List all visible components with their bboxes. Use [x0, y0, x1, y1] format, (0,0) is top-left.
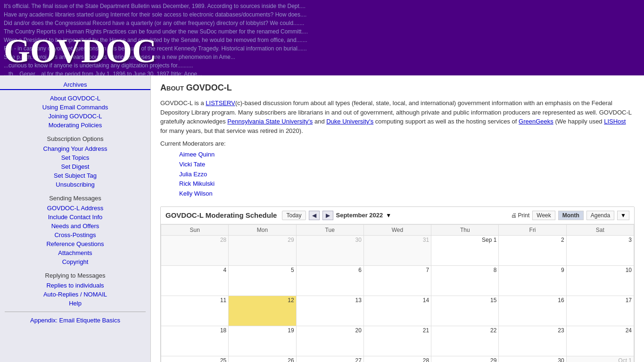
printer-icon: 🖨 — [511, 212, 517, 219]
sidebar-archives-link[interactable]: Archives — [0, 80, 150, 90]
calendar-cell[interactable]: 11 — [161, 296, 229, 326]
calendar-cell[interactable]: 6 — [296, 265, 363, 296]
calendar-cell[interactable]: 13 — [296, 296, 363, 326]
moderator-link-0[interactable]: Aimee Quinn — [179, 150, 635, 160]
greengeeks-link[interactable]: GreenGeeks — [519, 118, 553, 125]
main-content: About GOVDOC-L GOVDOC-L is a LISTSERV(c)… — [151, 75, 644, 362]
sidebar-item-joining[interactable]: Joining GOVDOC-L — [0, 112, 150, 121]
calendar-container: GOVDOC-L Moderating Schedule Today ◀ ▶ S… — [160, 206, 635, 362]
psu-link[interactable]: Pennsylvania State University's — [227, 118, 313, 125]
calendar-dropdown-icon[interactable]: ▼ — [386, 212, 391, 219]
replying-section-title: Replying to Messages — [0, 271, 150, 280]
cal-header-sat: Sat — [566, 224, 634, 235]
calendar-cell[interactable]: 27 — [296, 356, 363, 362]
sidebar-item-reference-questions[interactable]: Reference Questions — [0, 239, 150, 248]
lishost-link[interactable]: LISHost — [604, 118, 626, 125]
calendar-cell[interactable]: 20 — [296, 326, 363, 356]
calendar-cell[interactable]: 18 — [161, 326, 229, 356]
calendar-cell[interactable]: 5 — [229, 265, 296, 296]
sidebar-item-needs-offers[interactable]: Needs and Offers — [0, 222, 150, 230]
header-banner: It's official. The final issue of the St… — [0, 0, 644, 75]
calendar-cell[interactable]: 21 — [363, 326, 431, 356]
calendar-print-button[interactable]: 🖨 Print — [511, 212, 530, 219]
sidebar-item-appendix[interactable]: Appendix: Email Etiquette Basics — [0, 316, 150, 325]
sidebar-item-set-topics[interactable]: Set Topics — [0, 153, 150, 162]
sidebar: Archives About GOVDOC-L Using Email Comm… — [0, 75, 151, 362]
sidebar-item-govdoc-address[interactable]: GOVDOC-L Address — [0, 204, 150, 213]
calendar-month-button[interactable]: Month — [558, 211, 584, 220]
sidebar-item-cross-postings[interactable]: Cross-Postings — [0, 230, 150, 239]
calendar-cell[interactable]: 19 — [229, 326, 296, 356]
calendar-agenda-dropdown[interactable]: ▼ — [617, 211, 629, 220]
calendar-grid: Sun Mon Tue Wed Thu Fri Sat 28293031Sep … — [161, 224, 634, 362]
calendar-header: GOVDOC-L Moderating Schedule Today ◀ ▶ S… — [161, 207, 634, 224]
calendar-cell[interactable]: 10 — [566, 265, 634, 296]
calendar-cell[interactable]: 28 — [161, 235, 229, 265]
calendar-cell[interactable]: 31 — [363, 235, 431, 265]
moderator-link-4[interactable]: Kelly Wilson — [179, 189, 635, 199]
sidebar-item-email-commands[interactable]: Using Email Commands — [0, 103, 150, 112]
cal-header-wed: Wed — [363, 224, 431, 235]
calendar-month-label: September 2022 — [336, 212, 383, 219]
calendar-cell[interactable]: 22 — [431, 326, 499, 356]
print-label: Print — [518, 212, 530, 219]
calendar-cell[interactable]: 17 — [566, 296, 634, 326]
cal-header-mon: Mon — [229, 224, 296, 235]
cal-header-fri: Fri — [499, 224, 566, 235]
calendar-cell[interactable]: 4 — [161, 265, 229, 296]
calendar-cell[interactable]: 30 — [499, 356, 566, 362]
calendar-title: GOVDOC-L Moderating Schedule — [165, 211, 279, 219]
sidebar-item-set-subject-tag[interactable]: Set Subject Tag — [0, 171, 150, 180]
calendar-today-button[interactable]: Today — [282, 211, 305, 220]
listserv-link[interactable]: LISTSERV — [206, 99, 235, 107]
calendar-cell[interactable]: 24 — [566, 326, 634, 356]
about-title: About GOVDOC-L — [160, 83, 635, 93]
moderators-list: Aimee Quinn Vicki Tate Julia Ezzo Rick M… — [179, 150, 635, 199]
calendar-cell[interactable]: 30 — [296, 235, 363, 265]
calendar-cell[interactable]: 8 — [431, 265, 499, 296]
calendar-cell[interactable]: 16 — [499, 296, 566, 326]
calendar-cell[interactable]: Sep 1 — [431, 235, 499, 265]
calendar-cell[interactable]: 29 — [431, 356, 499, 362]
calendar-cell[interactable]: 25 — [161, 356, 229, 362]
calendar-agenda-button[interactable]: Agenda — [586, 211, 614, 220]
calendar-cell[interactable]: 23 — [499, 326, 566, 356]
calendar-cell[interactable]: 12 — [229, 296, 296, 326]
header-logo: GOVDOC — [0, 32, 157, 71]
calendar-next-button[interactable]: ▶ — [322, 211, 333, 220]
sidebar-item-help[interactable]: Help — [0, 299, 150, 308]
sidebar-item-include-contact[interactable]: Include Contact Info — [0, 213, 150, 222]
sidebar-item-moderating[interactable]: Moderating Policies — [0, 121, 150, 130]
calendar-prev-button[interactable]: ◀ — [309, 211, 320, 220]
moderator-link-3[interactable]: Rick Mikulski — [179, 179, 635, 189]
calendar-cell[interactable]: 29 — [229, 235, 296, 265]
calendar-cell[interactable]: 14 — [363, 296, 431, 326]
sidebar-item-set-digest[interactable]: Set Digest — [0, 162, 150, 171]
calendar-cell[interactable]: 15 — [431, 296, 499, 326]
moderators-label: Current Moderators are: — [160, 140, 635, 147]
sending-section-title: Sending Messages — [0, 194, 150, 203]
cal-header-sun: Sun — [161, 224, 229, 235]
sidebar-item-copyright[interactable]: Copyright — [0, 257, 150, 266]
calendar-cell[interactable]: 3 — [566, 235, 634, 265]
calendar-cell[interactable]: 28 — [363, 356, 431, 362]
sidebar-item-unsubscribing[interactable]: Unsubscribing — [0, 180, 150, 189]
sidebar-item-changing-address[interactable]: Changing Your Address — [0, 144, 150, 153]
calendar-cell[interactable]: 2 — [499, 235, 566, 265]
sidebar-item-about[interactable]: About GOVDOC-L — [0, 94, 150, 103]
calendar-week-button[interactable]: Week — [532, 211, 555, 220]
sidebar-item-attachments[interactable]: Attachments — [0, 248, 150, 257]
duke-link[interactable]: Duke University's — [326, 118, 373, 125]
sidebar-item-auto-replies[interactable]: Auto-Replies / NOMAIL — [0, 290, 150, 299]
sidebar-item-replies-individuals[interactable]: Replies to individuals — [0, 281, 150, 290]
calendar-cell[interactable]: 9 — [499, 265, 566, 296]
moderator-link-2[interactable]: Julia Ezzo — [179, 170, 635, 180]
cal-header-thu: Thu — [431, 224, 499, 235]
calendar-cell[interactable]: 26 — [229, 356, 296, 362]
moderator-link-1[interactable]: Vicki Tate — [179, 160, 635, 170]
about-text: GOVDOC-L is a LISTSERV(c)-based discussi… — [160, 99, 635, 135]
subscription-section-title: Subscription Options — [0, 134, 150, 143]
cal-header-tue: Tue — [296, 224, 363, 235]
calendar-cell[interactable]: 7 — [363, 265, 431, 296]
calendar-cell[interactable]: Oct 1 — [566, 356, 634, 362]
